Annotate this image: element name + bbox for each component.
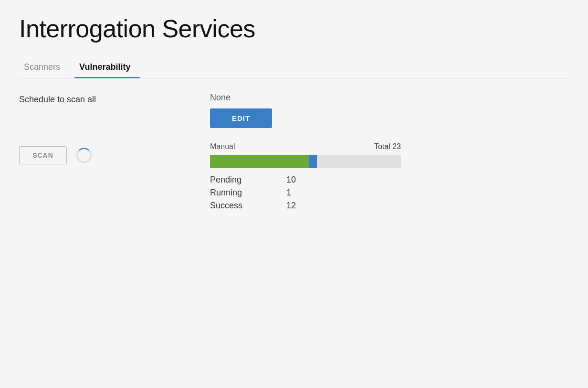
- stats-row-value-pending: 10: [286, 175, 296, 185]
- progress-bar-blue: [309, 155, 317, 168]
- stats-total: Total 23: [374, 142, 401, 151]
- stats-row-label-pending: Pending: [210, 175, 258, 185]
- scan-stats: Manual Total 23 Pending 10 Running: [210, 142, 401, 211]
- scan-button[interactable]: SCAN: [19, 146, 67, 164]
- stats-row-value-running: 1: [286, 188, 291, 198]
- stats-row-value-success: 12: [286, 201, 296, 211]
- tab-vulnerability[interactable]: Vulnerability: [74, 57, 140, 78]
- stats-row-label-success: Success: [210, 201, 258, 211]
- page-title: Interrogation Services: [19, 14, 569, 43]
- content-section: Schedule to scan all None EDIT SCAN Manu…: [19, 93, 569, 211]
- stats-row-success: Success 12: [210, 201, 401, 211]
- tabs-bar: Scanners Vulnerability: [19, 57, 569, 78]
- scan-left: SCAN: [19, 142, 210, 164]
- stats-row-pending: Pending 10: [210, 175, 401, 185]
- schedule-label: Schedule to scan all: [19, 93, 210, 105]
- stats-row-label-running: Running: [210, 188, 258, 198]
- stats-header: Manual Total 23: [210, 142, 401, 151]
- stats-label: Manual: [210, 142, 235, 151]
- schedule-value: None: [210, 93, 272, 103]
- scan-section: SCAN Manual Total 23 Pending: [19, 142, 569, 211]
- edit-button[interactable]: EDIT: [210, 108, 272, 128]
- loading-spinner: [76, 148, 92, 163]
- tab-scanners[interactable]: Scanners: [19, 57, 70, 78]
- stats-table: Pending 10 Running 1 Success 12: [210, 175, 401, 211]
- progress-bar: [210, 155, 401, 168]
- schedule-row: Schedule to scan all None EDIT: [19, 93, 569, 128]
- stats-row-running: Running 1: [210, 188, 401, 198]
- progress-bar-green: [210, 155, 309, 168]
- schedule-right: None EDIT: [210, 93, 272, 128]
- page-container: Interrogation Services Scanners Vulnerab…: [0, 0, 588, 388]
